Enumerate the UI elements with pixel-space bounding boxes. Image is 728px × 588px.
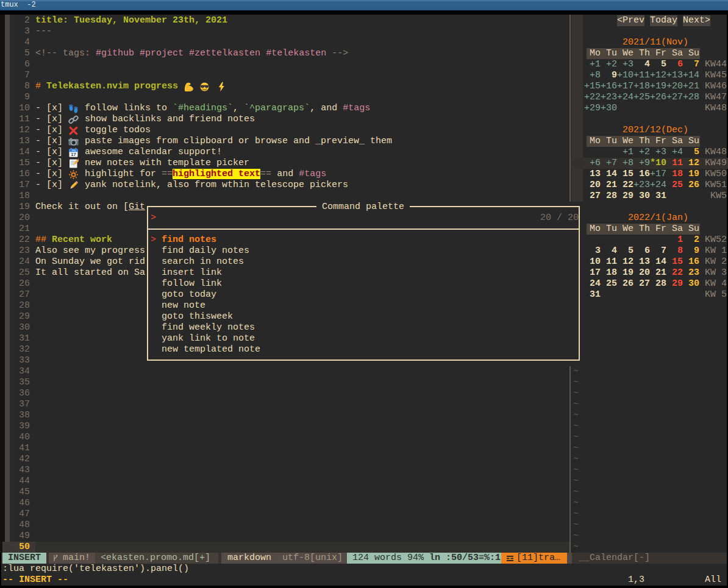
svg-text:17: 17	[71, 152, 76, 157]
